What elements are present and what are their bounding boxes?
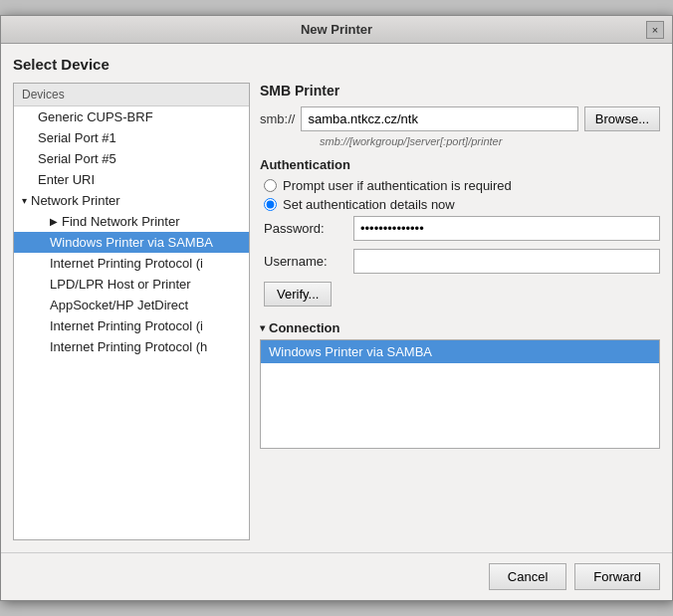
- sidebar-item-appsocket[interactable]: AppSocket/HP JetDirect: [14, 295, 249, 315]
- username-row: Username:: [260, 249, 660, 274]
- dialog-body: Select Device Devices Generic CUPS-BRF S…: [1, 44, 672, 552]
- browse-button[interactable]: Browse...: [584, 106, 660, 131]
- sidebar-item-internet-protocol-i[interactable]: Internet Printing Protocol (i: [14, 253, 249, 274]
- verify-button[interactable]: Verify...: [264, 282, 332, 307]
- dialog-title: New Printer: [301, 22, 372, 37]
- password-label: Password:: [264, 221, 353, 236]
- auth-prompt-radio[interactable]: [264, 179, 277, 192]
- dialog-footer: Cancel Forward: [1, 552, 672, 600]
- connection-arrow-icon: ▾: [260, 322, 265, 333]
- forward-button[interactable]: Forward: [574, 563, 660, 590]
- auth-radio-row-2: Set authentication details now: [260, 197, 660, 212]
- sidebar-item-internet-protocol-i2[interactable]: Internet Printing Protocol (i: [14, 315, 249, 336]
- title-bar: New Printer ×: [1, 16, 672, 44]
- smb-url-row: smb:// Browse...: [260, 106, 660, 131]
- username-input[interactable]: [353, 249, 660, 274]
- sidebar-item-find-network-printer[interactable]: ▶ Find Network Printer: [14, 211, 249, 232]
- page-title: Select Device: [13, 56, 660, 73]
- new-printer-dialog: New Printer × Select Device Devices Gene…: [0, 15, 673, 601]
- settings-panel: SMB Printer smb:// Browse... smb://[work…: [260, 83, 660, 540]
- cancel-button[interactable]: Cancel: [489, 563, 566, 590]
- auth-set-details-label: Set authentication details now: [283, 197, 455, 212]
- connection-header: ▾ Connection: [260, 320, 660, 335]
- connection-list: Windows Printer via SAMBA: [260, 339, 660, 449]
- sidebar-item-windows-samba[interactable]: Windows Printer via SAMBA: [14, 232, 249, 253]
- sidebar-item-lpd-lpr[interactable]: LPD/LPR Host or Printer: [14, 274, 249, 295]
- sidebar-item-serial-port-5[interactable]: Serial Port #5: [14, 148, 249, 169]
- smb-section-title: SMB Printer: [260, 83, 660, 99]
- connection-label: Connection: [269, 320, 340, 335]
- password-row: Password:: [260, 216, 660, 241]
- sidebar-item-network-printer[interactable]: ▾ Network Printer: [14, 190, 249, 211]
- auth-radio-row-1: Prompt user if authentication is require…: [260, 178, 660, 193]
- sidebar-item-serial-port-1[interactable]: Serial Port #1: [14, 127, 249, 148]
- username-label: Username:: [264, 254, 353, 269]
- auth-prompt-label: Prompt user if authentication is require…: [283, 178, 512, 193]
- auth-set-details-radio[interactable]: [264, 198, 277, 211]
- content-area: Devices Generic CUPS-BRF Serial Port #1 …: [13, 83, 660, 540]
- sidebar-item-internet-protocol-h[interactable]: Internet Printing Protocol (h: [14, 336, 249, 357]
- network-printer-label: Network Printer: [31, 193, 120, 208]
- smb-hint-text: smb://[workgroup/]server[:port]/printer: [320, 135, 660, 147]
- connection-section: ▾ Connection Windows Printer via SAMBA: [260, 320, 660, 449]
- connection-item-windows-samba[interactable]: Windows Printer via SAMBA: [261, 340, 659, 363]
- password-input[interactable]: [353, 216, 660, 241]
- auth-section-title: Authentication: [260, 157, 660, 172]
- expand-arrow-icon: ▶: [50, 216, 58, 227]
- device-list-panel: Devices Generic CUPS-BRF Serial Port #1 …: [13, 83, 250, 540]
- smb-url-input[interactable]: [301, 106, 577, 131]
- collapse-arrow-icon: ▾: [22, 195, 27, 206]
- sidebar-item-generic-cups-brf[interactable]: Generic CUPS-BRF: [14, 106, 249, 127]
- smb-prefix-label: smb://: [260, 111, 295, 126]
- verify-row: Verify...: [260, 282, 660, 314]
- sidebar-item-enter-uri[interactable]: Enter URI: [14, 169, 249, 190]
- devices-header: Devices: [14, 84, 249, 106]
- close-button[interactable]: ×: [646, 21, 664, 39]
